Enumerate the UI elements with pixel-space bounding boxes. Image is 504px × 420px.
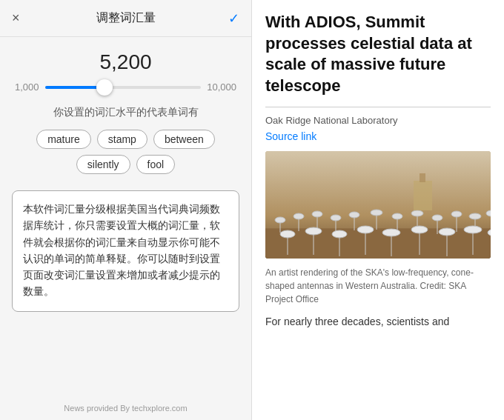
svg-point-17 [411, 210, 423, 216]
info-box-text: 本软件词汇量分级根据美国当代词典词频数据库统计，你只需要设置大概的词汇量，软件就… [23, 204, 220, 297]
ska-illustration [265, 151, 491, 259]
antenna-field [265, 151, 491, 259]
svg-point-21 [451, 211, 462, 217]
left-panel: × 调整词汇量 ✓ 5,200 1,000 10,000 你设置的词汇水平的代表… [0, 0, 252, 420]
slider-max-label: 10,000 [207, 81, 236, 93]
svg-point-15 [392, 213, 402, 219]
svg-point-27 [280, 230, 295, 238]
right-panel: With ADIOS, Summit processes celestial d… [252, 0, 504, 420]
svg-point-13 [371, 210, 382, 216]
slider-container: 1,000 10,000 [0, 81, 251, 100]
article-title: With ADIOS, Summit processes celestial d… [265, 12, 491, 96]
article-image [265, 151, 491, 259]
word-tag-between: between [153, 130, 215, 149]
vocab-description: 你设置的词汇水平的代表单词有 [0, 100, 251, 127]
panel-title: 调整词汇量 [96, 10, 156, 26]
svg-point-7 [312, 211, 322, 217]
slider-min-label: 1,000 [15, 81, 39, 93]
svg-point-33 [357, 226, 374, 233]
word-tags-container: mature stamp between silently fool [0, 127, 251, 181]
word-tag-silently: silently [76, 155, 130, 174]
svg-point-39 [439, 228, 455, 236]
close-button[interactable]: × [12, 10, 20, 26]
svg-rect-1 [265, 229, 491, 259]
svg-point-5 [294, 213, 304, 219]
svg-point-3 [275, 217, 285, 223]
left-header: × 调整词汇量 ✓ [0, 0, 251, 37]
svg-point-29 [305, 227, 322, 235]
footer-text: News provided By techxplore.com [0, 404, 251, 413]
svg-point-23 [469, 213, 481, 219]
word-tag-fool: fool [136, 155, 176, 174]
svg-point-9 [331, 215, 341, 221]
word-tag-mature: mature [36, 130, 91, 149]
slider-fill [45, 86, 105, 89]
article-source: Oak Ridge National Laboratory [265, 115, 491, 126]
slider-thumb[interactable] [96, 79, 113, 96]
slider-track[interactable] [45, 86, 202, 89]
svg-point-19 [432, 215, 442, 221]
svg-rect-44 [414, 181, 432, 210]
svg-point-35 [382, 229, 400, 236]
article-divider [265, 107, 491, 107]
article-excerpt: For nearly three decades, scientists and [265, 313, 491, 330]
svg-point-37 [411, 226, 428, 233]
vocab-number-display: 5,200 [0, 37, 251, 81]
source-link[interactable]: Source link [265, 130, 491, 142]
confirm-button[interactable]: ✓ [228, 10, 239, 27]
image-caption: An artist rendering of the SKA's low-fre… [265, 266, 491, 306]
svg-point-41 [464, 226, 482, 233]
svg-rect-45 [420, 173, 425, 182]
info-box: 本软件词汇量分级根据美国当代词典词频数据库统计，你只需要设置大概的词汇量，软件就… [12, 190, 239, 312]
svg-point-11 [349, 212, 359, 218]
svg-point-31 [332, 230, 347, 238]
word-tag-stamp: stamp [97, 130, 147, 149]
